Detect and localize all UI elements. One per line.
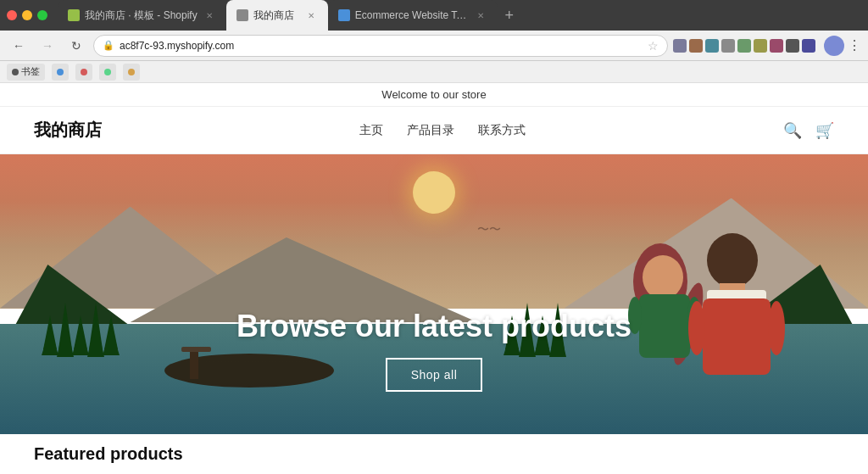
tab-mystore[interactable]: 我的商店 ✕ <box>226 0 328 31</box>
ext-icon-3[interactable] <box>705 39 719 53</box>
browser-toolbar: ← → ↻ 🔒 ac8f7c-93.myshopify.com ☆ ⋮ <box>0 31 868 61</box>
nav-link-contact[interactable]: 联系方式 <box>478 123 526 137</box>
ext-icon-2[interactable] <box>689 39 703 53</box>
nav-link-catalog[interactable]: 产品目录 <box>407 123 454 137</box>
ext-icon-6[interactable] <box>754 39 767 53</box>
hero-text-overlay: Browse our latest products Shop all <box>0 309 868 392</box>
hero-section: 〜〜 <box>0 154 868 434</box>
new-tab-button[interactable]: + <box>498 3 521 27</box>
lock-icon: 🔒 <box>103 40 114 51</box>
forward-button[interactable]: → <box>36 34 59 58</box>
hero-birds: 〜〜 <box>477 222 501 237</box>
announcement-text: Welcome to our store <box>381 88 486 101</box>
announcement-bar: Welcome to our store <box>0 83 868 107</box>
tab-favicon-shopify <box>68 9 80 21</box>
reload-button[interactable]: ↻ <box>64 34 88 58</box>
tab-label-shopify: 我的商店 · 模板 - Shopify <box>85 8 198 23</box>
nav-links: 主页 产品目录 联系方式 <box>359 122 526 138</box>
bookmark-icon[interactable]: ☆ <box>648 39 659 53</box>
bookmark-5[interactable] <box>123 64 140 81</box>
svg-point-2 <box>643 255 683 299</box>
address-bar[interactable]: 🔒 ac8f7c-93.myshopify.com ☆ <box>93 35 668 57</box>
hero-background: 〜〜 <box>0 154 868 434</box>
ext-icon-5[interactable] <box>737 39 751 53</box>
hero-cta-button[interactable]: Shop all <box>386 358 483 392</box>
tab-close-shopify[interactable]: ✕ <box>203 8 216 22</box>
tab-close-ecom[interactable]: ✕ <box>474 8 487 22</box>
bookmark-2[interactable] <box>52 64 69 81</box>
back-button[interactable]: ← <box>7 34 31 58</box>
nav-link-home[interactable]: 主页 <box>359 123 383 137</box>
profile-area: ⋮ <box>824 36 861 56</box>
minimize-button[interactable] <box>22 10 32 20</box>
nav-icons: 🔍 🛒 <box>783 121 834 140</box>
site-nav: 我的商店 主页 产品目录 联系方式 🔍 🛒 <box>0 107 868 154</box>
tab-ecom[interactable]: Ecommerce Website Templ... ✕ <box>328 0 498 31</box>
tab-label-ecom: Ecommerce Website Templ... <box>355 9 469 21</box>
hero-title: Browse our latest products <box>0 309 868 344</box>
tab-close-mystore[interactable]: ✕ <box>304 8 318 22</box>
browser-titlebar: 我的商店 · 模板 - Shopify ✕ 我的商店 ✕ Ecommerce W… <box>0 0 868 31</box>
tab-bar: 我的商店 · 模板 - Shopify ✕ 我的商店 ✕ Ecommerce W… <box>58 0 861 31</box>
ext-icon-4[interactable] <box>721 39 735 53</box>
window-controls <box>7 10 47 20</box>
tab-favicon-ecom <box>338 9 350 21</box>
site-logo: 我的商店 <box>34 119 102 142</box>
hero-sun <box>413 171 455 214</box>
address-text: ac8f7c-93.myshopify.com <box>120 40 643 52</box>
svg-point-6 <box>707 233 758 287</box>
tab-favicon-mystore <box>236 9 248 21</box>
close-button[interactable] <box>7 10 17 20</box>
tab-label-mystore: 我的商店 <box>253 8 299 23</box>
ext-icon-9[interactable] <box>802 39 815 53</box>
featured-heading: Featured products <box>0 434 868 474</box>
tab-shopify[interactable]: 我的商店 · 模板 - Shopify ✕ <box>58 0 226 31</box>
browser-window: 我的商店 · 模板 - Shopify ✕ 我的商店 ✕ Ecommerce W… <box>0 0 868 83</box>
ext-icon-7[interactable] <box>770 39 783 53</box>
menu-icon[interactable]: ⋮ <box>848 37 861 53</box>
ext-icon-8[interactable] <box>786 39 799 53</box>
website: Welcome to our store 我的商店 主页 产品目录 联系方式 🔍… <box>0 83 868 474</box>
bookmark-4[interactable] <box>99 64 116 81</box>
profile-icon[interactable] <box>824 36 844 56</box>
maximize-button[interactable] <box>37 10 47 20</box>
extensions-area <box>673 39 815 53</box>
ext-icon-1[interactable] <box>673 39 687 53</box>
cart-button[interactable]: 🛒 <box>815 121 834 140</box>
bookmark-1[interactable]: 书签 <box>7 64 45 81</box>
bookmarks-bar: 书签 <box>0 61 868 83</box>
search-button[interactable]: 🔍 <box>783 121 802 140</box>
bookmark-3[interactable] <box>75 64 92 81</box>
